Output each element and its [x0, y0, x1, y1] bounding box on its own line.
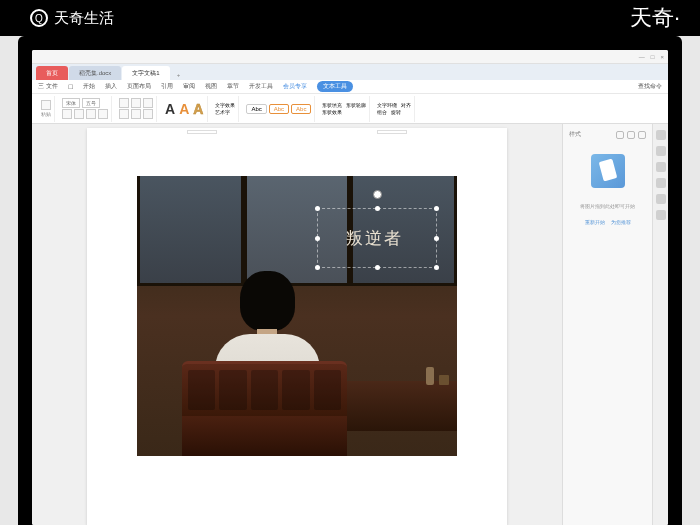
tab-doc2[interactable]: 文字文稿1	[122, 66, 169, 80]
tab-add-button[interactable]: +	[171, 70, 187, 80]
wordart-style-1[interactable]: A	[164, 101, 176, 117]
workspace: 叛逆者 样式 将图片拖到此处即可	[32, 124, 668, 525]
ribbon-wordart: A A A	[161, 96, 208, 122]
eraser-tool-icon[interactable]	[591, 154, 625, 188]
rotate[interactable]: 旋转	[391, 109, 401, 115]
brand-right-text: 天奇·	[630, 3, 680, 33]
close-button[interactable]: ×	[660, 54, 664, 60]
ribbon-shapeformat: 形状填充 形状轮廓 形状效果	[319, 96, 370, 122]
vtool-4[interactable]	[656, 178, 666, 188]
sidepanel-link-restart[interactable]: 重新开始	[585, 219, 605, 225]
brand-left: Q 天奇生活	[30, 9, 114, 28]
image-chair	[182, 361, 347, 456]
resize-handle-bc[interactable]	[375, 265, 380, 270]
resize-handle-ml[interactable]	[315, 236, 320, 241]
color-icon[interactable]	[98, 109, 108, 119]
ruler-marker-right	[377, 130, 407, 134]
vtool-6[interactable]	[656, 210, 666, 220]
watermark-bar: Q 天奇生活 天奇·	[0, 0, 700, 36]
tab-doc1[interactable]: 稻壳集.docx	[69, 66, 121, 80]
italic-icon[interactable]	[74, 109, 84, 119]
menu-texttool[interactable]: 文本工具	[317, 81, 353, 92]
textbox-text[interactable]: 叛逆者	[346, 227, 403, 250]
menu-layout[interactable]: 页面布局	[127, 82, 151, 91]
text-wrap[interactable]: 文字环绕	[377, 102, 397, 108]
sidepanel-hint: 将图片拖到此处即可开始	[569, 203, 646, 209]
tab-home[interactable]: 首页	[36, 66, 68, 80]
document-area[interactable]: 叛逆者	[32, 124, 562, 525]
menu-reference[interactable]: 引用	[161, 82, 173, 91]
rotate-handle[interactable]	[375, 195, 379, 205]
shape-style-2[interactable]: Abc	[269, 104, 289, 114]
shape-fill[interactable]: 形状填充	[322, 102, 342, 108]
document-tabs: 首页 稻壳集.docx 文字文稿1 +	[32, 64, 668, 80]
sp-icon-1[interactable]	[616, 131, 624, 139]
textbox-selection[interactable]: 叛逆者	[317, 208, 437, 268]
image-desk	[347, 381, 457, 431]
align-left-icon[interactable]	[119, 98, 129, 108]
ribbon-font: 宋体 五号	[59, 96, 112, 122]
sp-icon-3[interactable]	[638, 131, 646, 139]
screen: — □ × 首页 稻壳集.docx 文字文稿1 + 三 文件 ☐ 开始 插入 页…	[32, 50, 668, 525]
menu-section[interactable]: 章节	[227, 82, 239, 91]
monitor-bezel: — □ × 首页 稻壳集.docx 文字文稿1 + 三 文件 ☐ 开始 插入 页…	[18, 36, 682, 525]
vtool-5[interactable]	[656, 194, 666, 204]
ribbon-texteffect: 文字效果 艺术字	[212, 96, 239, 122]
ribbon-clipboard: 粘贴	[38, 96, 55, 122]
sidepanel-title: 样式	[569, 130, 581, 139]
minimize-button[interactable]: —	[639, 54, 645, 60]
shape-style-1[interactable]: Abc	[246, 104, 266, 114]
app-frame: Q 天奇生活 天奇· — □ × 首页 稻壳集.docx 文字文稿1 + 三	[0, 0, 700, 525]
resize-handle-bl[interactable]	[315, 265, 320, 270]
shape-outline[interactable]: 形状轮廓	[346, 102, 366, 108]
menu-search[interactable]: 查找命令	[638, 82, 662, 91]
vtool-1[interactable]	[656, 130, 666, 140]
bold-icon[interactable]	[62, 109, 72, 119]
menu-member[interactable]: 会员专享	[283, 82, 307, 91]
maximize-button[interactable]: □	[651, 54, 655, 60]
ribbon: 粘贴 宋体 五号	[32, 94, 668, 124]
ribbon-paragraph	[116, 96, 157, 122]
paste-icon[interactable]	[41, 100, 51, 110]
menu-start[interactable]: 开始	[83, 82, 95, 91]
brand-icon: Q	[30, 9, 48, 27]
font-size-select[interactable]: 五号	[82, 98, 100, 108]
spacing-icon[interactable]	[143, 109, 153, 119]
shape-style-3[interactable]: Abc	[291, 104, 311, 114]
sidepanel-link-recommend[interactable]: 为您推荐	[611, 219, 631, 225]
menu-qat[interactable]: ☐	[68, 83, 73, 90]
vertical-toolbar	[652, 124, 668, 525]
align-right-icon[interactable]	[143, 98, 153, 108]
underline-icon[interactable]	[86, 109, 96, 119]
align[interactable]: 对齐	[401, 102, 411, 108]
side-panel: 样式 将图片拖到此处即可开始 重新开始 为您推荐	[562, 124, 652, 525]
indent-icon[interactable]	[131, 109, 141, 119]
align-center-icon[interactable]	[131, 98, 141, 108]
wordart-style-2[interactable]: A	[178, 101, 190, 117]
inserted-image[interactable]: 叛逆者	[137, 176, 457, 456]
sidepanel-icons	[616, 131, 646, 139]
shape-effect[interactable]: 形状效果	[322, 109, 342, 115]
ribbon-arrange: 文字环绕 对齐 组合 旋转	[374, 96, 415, 122]
vtool-2[interactable]	[656, 146, 666, 156]
brand-left-text: 天奇生活	[54, 9, 114, 28]
menu-file[interactable]: 三 文件	[38, 82, 58, 91]
resize-handle-br[interactable]	[434, 265, 439, 270]
menu-view[interactable]: 视图	[205, 82, 217, 91]
wordart-style-3[interactable]: A	[192, 101, 204, 117]
resize-handle-tc[interactable]	[375, 206, 380, 211]
ribbon-shapestyles: Abc Abc Abc	[243, 96, 315, 122]
vtool-3[interactable]	[656, 162, 666, 172]
page[interactable]: 叛逆者	[87, 128, 507, 525]
window-titlebar: — □ ×	[32, 50, 668, 64]
menu-insert[interactable]: 插入	[105, 82, 117, 91]
menubar: 三 文件 ☐ 开始 插入 页面布局 引用 审阅 视图 章节 开发工具 会员专享 …	[32, 80, 668, 94]
window-controls: — □ ×	[639, 54, 664, 60]
menu-devtools[interactable]: 开发工具	[249, 82, 273, 91]
list-icon[interactable]	[119, 109, 129, 119]
font-name-select[interactable]: 宋体	[62, 98, 80, 108]
group[interactable]: 组合	[377, 109, 387, 115]
menu-review[interactable]: 审阅	[183, 82, 195, 91]
sp-icon-2[interactable]	[627, 131, 635, 139]
resize-handle-mr[interactable]	[434, 236, 439, 241]
